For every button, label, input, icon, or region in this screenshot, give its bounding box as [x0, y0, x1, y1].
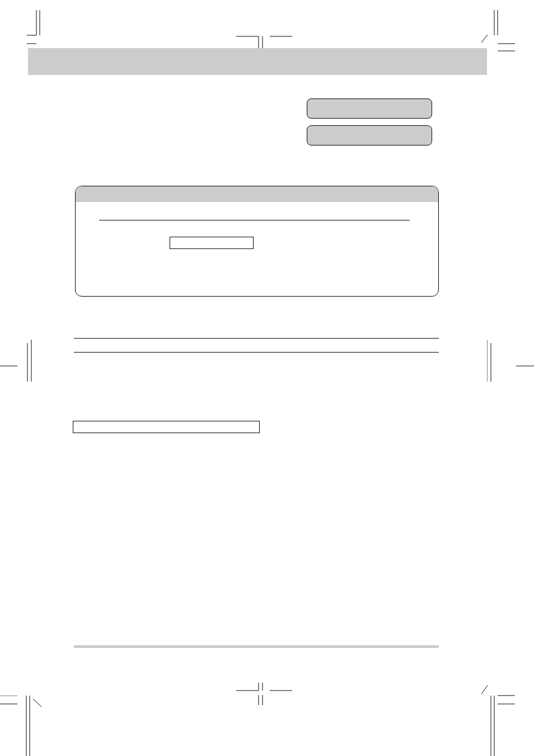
pill-button-1[interactable]	[307, 98, 432, 119]
crop-mark	[236, 27, 292, 49]
crop-mark	[0, 340, 34, 382]
section-divider	[74, 352, 439, 353]
section-divider	[74, 338, 439, 339]
panel-input[interactable]	[170, 237, 254, 249]
crop-mark	[236, 683, 292, 705]
crop-mark	[0, 696, 41, 756]
crop-mark	[27, 10, 49, 46]
crop-mark	[487, 340, 534, 382]
panel-divider	[99, 220, 410, 220]
panel-box	[75, 186, 439, 297]
mid-input[interactable]	[73, 421, 260, 433]
footer-rule	[74, 645, 439, 648]
header-band	[28, 48, 487, 75]
pill-button-2[interactable]	[307, 125, 432, 145]
crop-mark	[481, 685, 534, 756]
